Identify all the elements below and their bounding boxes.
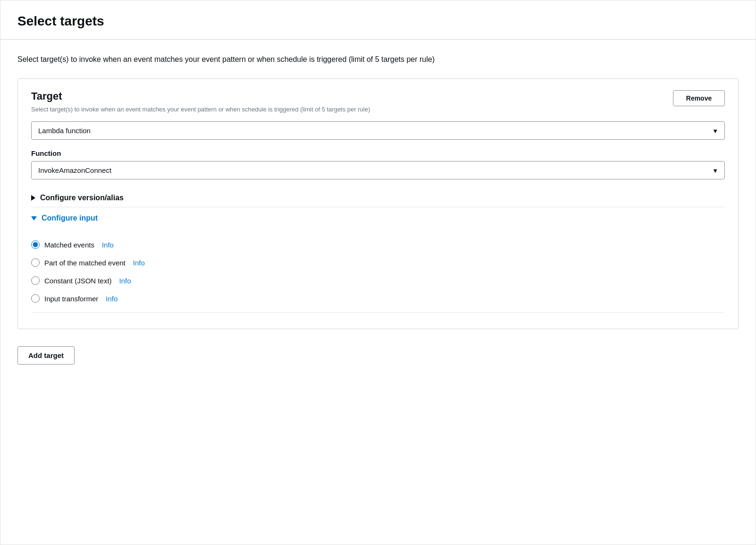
configure-input-section-wrapper: Configure input Matched events Info Part… <box>31 209 725 313</box>
target-title: Target <box>31 90 370 102</box>
page-container: Select targets Select target(s) to invok… <box>0 0 756 545</box>
target-header: Target Select target(s) to invoke when a… <box>31 90 725 114</box>
target-title-group: Target Select target(s) to invoke when a… <box>31 90 370 114</box>
function-select-container: InvokeAmazonConnect ▼ <box>31 161 725 179</box>
remove-button[interactable]: Remove <box>673 90 725 106</box>
configure-input-content: Matched events Info Part of the matched … <box>31 227 725 313</box>
configure-input-header[interactable]: Configure input <box>31 209 725 227</box>
radio-label-constant-json: Constant (JSON text) <box>44 277 112 285</box>
function-field-group: Function InvokeAmazonConnect ▼ <box>31 149 725 179</box>
radio-input-transformer[interactable] <box>31 294 40 303</box>
target-type-select-container: Lambda function ▼ <box>31 121 725 140</box>
function-label: Function <box>31 149 725 157</box>
configure-input-label: Configure input <box>42 214 98 222</box>
configure-version-label: Configure version/alias <box>40 194 124 202</box>
info-link-matched-events[interactable]: Info <box>102 241 114 249</box>
info-link-part-of-matched[interactable]: Info <box>133 259 145 267</box>
radio-item-constant-json: Constant (JSON text) Info <box>31 272 725 290</box>
configure-version-section: Configure version/alias <box>31 189 725 207</box>
page-body: Select target(s) to invoke when an event… <box>0 40 756 379</box>
info-link-constant-json[interactable]: Info <box>119 277 131 285</box>
chevron-right-icon <box>31 195 35 201</box>
radio-matched-events[interactable] <box>31 240 40 249</box>
radio-item-part-of-matched: Part of the matched event Info <box>31 254 725 272</box>
radio-constant-json[interactable] <box>31 276 40 285</box>
radio-part-of-matched[interactable] <box>31 258 40 267</box>
page-title: Select targets <box>17 14 739 29</box>
radio-group: Matched events Info Part of the matched … <box>31 236 725 307</box>
radio-label-part-of-matched: Part of the matched event <box>44 259 126 267</box>
target-type-select[interactable]: Lambda function <box>31 121 725 140</box>
target-subtitle: Select target(s) to invoke when an event… <box>31 105 370 114</box>
radio-label-input-transformer: Input transformer <box>44 295 98 303</box>
radio-item-input-transformer: Input transformer Info <box>31 290 725 307</box>
chevron-down-icon <box>31 216 37 221</box>
page-header: Select targets <box>0 0 756 40</box>
page-description: Select target(s) to invoke when an event… <box>17 54 584 65</box>
configure-version-header[interactable]: Configure version/alias <box>31 189 725 207</box>
target-section: Target Select target(s) to invoke when a… <box>17 78 739 329</box>
function-select[interactable]: InvokeAmazonConnect <box>31 161 725 179</box>
radio-label-matched-events: Matched events <box>44 241 94 249</box>
radio-item-matched-events: Matched events Info <box>31 236 725 254</box>
add-target-button[interactable]: Add target <box>17 346 75 365</box>
info-link-input-transformer[interactable]: Info <box>106 295 118 303</box>
